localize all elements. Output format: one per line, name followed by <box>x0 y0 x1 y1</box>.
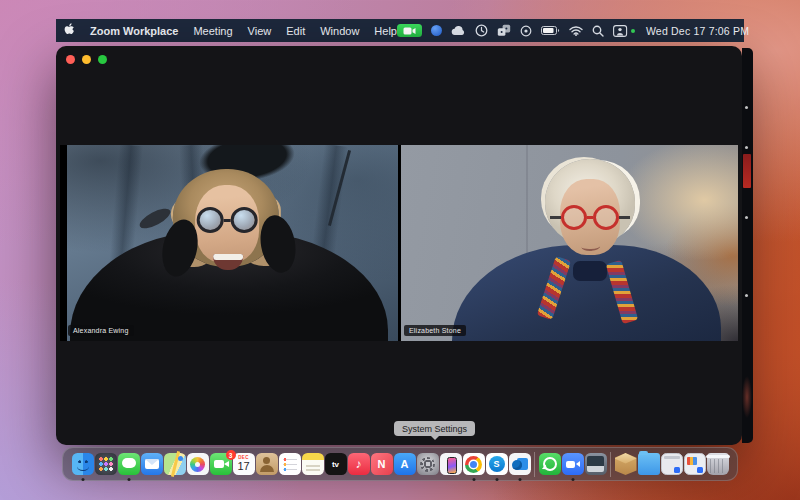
running-indicator <box>518 478 521 481</box>
edge-detail <box>745 146 748 149</box>
running-indicator <box>571 478 574 481</box>
notification-badge: 3 <box>226 450 236 460</box>
dock-item-whatsapp[interactable] <box>538 448 561 480</box>
whatsapp-icon <box>539 453 561 475</box>
system-settings-icon <box>417 453 439 475</box>
search-icon[interactable] <box>592 25 604 37</box>
camera-active-indicator-icon[interactable] <box>397 24 422 37</box>
mail-icon <box>141 453 163 475</box>
menu-app-name[interactable]: Zoom Workplace <box>90 25 178 37</box>
menu-meeting[interactable]: Meeting <box>193 25 232 37</box>
finder-icon <box>72 453 94 475</box>
window-controls <box>66 55 107 64</box>
photos-icon <box>187 453 209 475</box>
zoom-meeting-window: Alexandra Ewing Elizabeth Stone System S… <box>56 46 742 445</box>
participant-name-tag: Elizabeth Stone <box>404 325 466 336</box>
participant-video-elizabeth[interactable]: Elizabeth Stone <box>401 145 738 341</box>
dice-icon[interactable] <box>497 24 511 37</box>
dock-separator <box>534 452 535 477</box>
edge-detail <box>745 294 748 297</box>
wifi-icon[interactable] <box>569 26 583 36</box>
outlook-icon <box>509 453 531 475</box>
desktop-wallpaper: Zoom Workplace Meeting View Edit Window … <box>0 0 800 500</box>
dock-item-system-settings[interactable] <box>416 448 439 480</box>
close-button[interactable] <box>66 55 75 64</box>
clock-icon[interactable] <box>475 24 488 37</box>
skype-icon: S <box>486 453 508 475</box>
menu-window[interactable]: Window <box>320 25 359 37</box>
dock-item-chrome[interactable] <box>462 448 485 480</box>
dock-item-outlook[interactable] <box>508 448 531 480</box>
video-letterbox <box>60 145 67 341</box>
dock-item-news[interactable]: N <box>370 448 393 480</box>
dock-item-trash[interactable] <box>706 448 729 480</box>
messages-icon <box>118 453 140 475</box>
dock-item-folder[interactable] <box>637 448 660 480</box>
dock-item-photos[interactable] <box>186 448 209 480</box>
dock-item-notes[interactable] <box>301 448 324 480</box>
cloud-icon[interactable] <box>451 25 466 36</box>
music-icon <box>348 453 370 475</box>
app-store-icon: A <box>394 453 416 475</box>
dock-item-screenshot-2[interactable] <box>683 448 706 480</box>
launchpad-icon <box>95 453 117 475</box>
dock-item-iphone-mirroring[interactable] <box>439 448 462 480</box>
menu-edit[interactable]: Edit <box>286 25 305 37</box>
dock-item-reminders[interactable] <box>278 448 301 480</box>
fullscreen-button[interactable] <box>98 55 107 64</box>
fast-user-switch-icon[interactable] <box>613 25 628 37</box>
apple-menu-icon[interactable] <box>64 23 75 38</box>
icon-label: A <box>394 453 416 475</box>
running-indicator <box>81 478 84 481</box>
dock-item-minimized-window[interactable] <box>584 448 607 480</box>
record-icon[interactable] <box>520 25 532 37</box>
participant-video-alexandra[interactable]: Alexandra Ewing <box>60 145 398 341</box>
dock-item-messages[interactable] <box>117 448 140 480</box>
icon-label: tv <box>325 453 347 475</box>
dock-item-package-file[interactable] <box>614 448 637 480</box>
dock-item-music[interactable] <box>347 448 370 480</box>
running-indicator <box>495 478 498 481</box>
dock-item-skype[interactable]: S <box>485 448 508 480</box>
dock-item-finder[interactable] <box>71 448 94 480</box>
battery-icon[interactable] <box>541 26 560 35</box>
tv-icon: tv <box>325 453 347 475</box>
dock-item-launchpad[interactable] <box>94 448 117 480</box>
participant-name-tag: Alexandra Ewing <box>68 325 134 336</box>
background-window-strip[interactable] <box>742 48 753 443</box>
dock-item-zoom[interactable] <box>561 448 584 480</box>
edge-detail <box>745 216 748 219</box>
blue-app-icon[interactable] <box>431 25 442 36</box>
dock-item-maps[interactable] <box>163 448 186 480</box>
menu-view[interactable]: View <box>248 25 272 37</box>
screenshot-1-icon <box>661 453 683 475</box>
menu-bar-clock[interactable]: Wed Dec 17 7:06 PM <box>646 25 749 37</box>
maps-icon <box>164 453 186 475</box>
notes-icon <box>302 453 324 475</box>
minimized-window-icon <box>585 453 607 475</box>
edge-red-smudge <box>742 376 752 418</box>
dock-item-app-store[interactable]: A <box>393 448 416 480</box>
dock-item-tv[interactable]: tv <box>324 448 347 480</box>
dock-item-screenshot-1[interactable] <box>660 448 683 480</box>
dock-tooltip: System Settings <box>394 421 475 436</box>
icon-label: N <box>371 453 393 475</box>
icon-label: 17 <box>233 457 255 475</box>
dock: 3DEC17tvNAS <box>62 447 738 481</box>
screenshot-2-icon <box>684 453 706 475</box>
reminders-icon <box>279 453 301 475</box>
minimize-button[interactable] <box>82 55 91 64</box>
dock-separator <box>610 452 611 477</box>
folder-icon <box>638 453 660 475</box>
dock-item-contacts[interactable] <box>255 448 278 480</box>
video-gallery: Alexandra Ewing Elizabeth Stone <box>60 145 738 341</box>
zoom-icon <box>562 453 584 475</box>
menu-help[interactable]: Help <box>374 25 397 37</box>
dock-item-mail[interactable] <box>140 448 163 480</box>
iphone-mirroring-icon <box>440 453 462 475</box>
dock-item-facetime[interactable]: 3 <box>209 448 232 480</box>
edge-red-badge <box>743 154 751 188</box>
menu-bar: Zoom Workplace Meeting View Edit Window … <box>56 19 744 42</box>
running-indicator <box>127 478 130 481</box>
status-green-dot <box>631 29 635 33</box>
